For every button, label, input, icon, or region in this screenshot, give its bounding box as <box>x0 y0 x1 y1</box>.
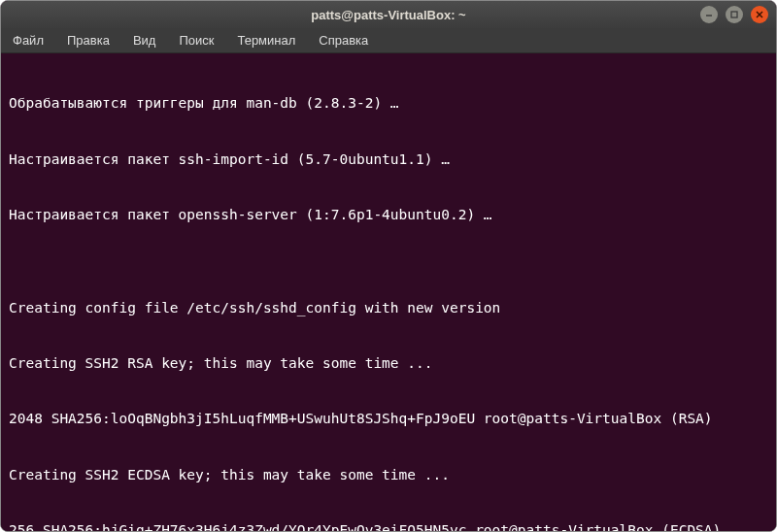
minimize-button[interactable] <box>700 6 718 23</box>
menu-view[interactable]: Вид <box>129 31 160 50</box>
window-controls <box>700 6 768 23</box>
terminal-line: 256 SHA256:hjGig+ZH76x3H6j4z3Zwd/YQr4YpE… <box>9 521 768 531</box>
menu-help[interactable]: Справка <box>315 31 372 50</box>
terminal-line: Creating SSH2 ECDSA key; this may take s… <box>9 466 768 484</box>
terminal-line: Настраивается пакет ssh-import-id (5.7-0… <box>9 150 768 169</box>
maximize-button[interactable] <box>726 6 743 23</box>
terminal-output[interactable]: Обрабатываются триггеры для man-db (2.8.… <box>1 53 776 531</box>
window-title: patts@patts-VirtualBox: ~ <box>311 8 465 22</box>
terminal-line: 2048 SHA256:loOqBNgbh3jI5hLuqfMMB+USwuhU… <box>9 410 768 428</box>
terminal-line: Creating config file /etc/ssh/sshd_confi… <box>9 299 768 317</box>
terminal-window: patts@patts-VirtualBox: ~ Файл Правка Ви… <box>0 0 777 532</box>
close-button[interactable] <box>751 6 768 23</box>
maximize-icon <box>729 10 739 19</box>
menu-file[interactable]: Файл <box>9 31 48 50</box>
menu-search[interactable]: Поиск <box>175 31 218 50</box>
terminal-line: Обрабатываются триггеры для man-db (2.8.… <box>9 94 768 113</box>
minimize-icon <box>704 10 714 19</box>
terminal-line: Creating SSH2 RSA key; this may take som… <box>9 354 768 373</box>
menubar: Файл Правка Вид Поиск Терминал Справка <box>1 28 776 53</box>
menu-terminal[interactable]: Терминал <box>233 31 299 50</box>
titlebar: patts@patts-VirtualBox: ~ <box>1 1 776 28</box>
svg-rect-1 <box>731 12 737 17</box>
menu-edit[interactable]: Правка <box>63 31 114 50</box>
terminal-line: Настраивается пакет openssh-server (1:7.… <box>9 206 768 224</box>
close-icon <box>755 10 764 19</box>
